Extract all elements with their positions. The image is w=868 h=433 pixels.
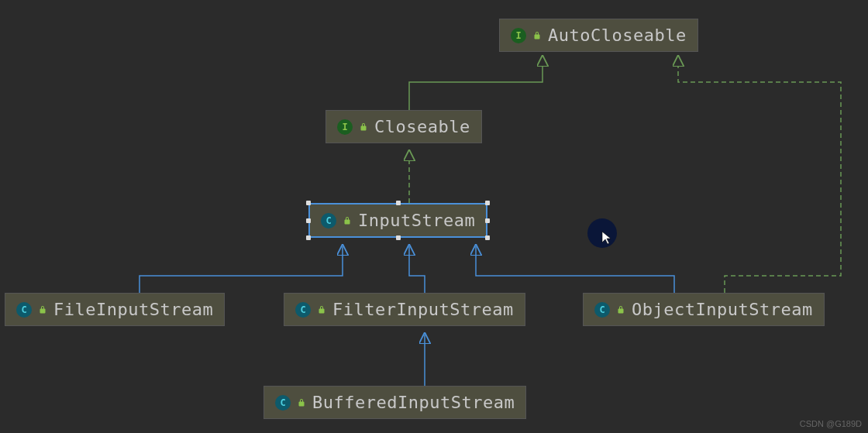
class-icon: C bbox=[321, 213, 336, 229]
node-label: InputStream bbox=[358, 211, 475, 230]
node-inputstream[interactable]: C InputStream bbox=[308, 203, 487, 238]
resize-handle-se[interactable] bbox=[485, 235, 490, 240]
lock-icon bbox=[297, 398, 306, 407]
lock-icon bbox=[38, 305, 47, 314]
diagram-canvas[interactable]: I AutoCloseable I Closeable C InputStrea… bbox=[0, 0, 868, 433]
resize-handle-s[interactable] bbox=[396, 235, 401, 240]
resize-handle-e[interactable] bbox=[485, 218, 490, 223]
node-label: BufferedInputStream bbox=[312, 393, 515, 412]
lock-icon bbox=[532, 31, 542, 40]
interface-icon: I bbox=[511, 28, 526, 43]
node-label: AutoCloseable bbox=[548, 26, 687, 45]
node-closeable[interactable]: I Closeable bbox=[326, 110, 482, 143]
node-filterinputstream[interactable]: C FilterInputStream bbox=[284, 293, 525, 326]
node-label: Closeable bbox=[374, 117, 470, 136]
resize-handle-n[interactable] bbox=[396, 201, 401, 205]
resize-handle-ne[interactable] bbox=[485, 201, 490, 205]
node-label: FileInputStream bbox=[53, 300, 213, 319]
resize-handle-w[interactable] bbox=[306, 218, 311, 223]
watermark: CSDN @G189D bbox=[800, 419, 862, 428]
resize-handle-sw[interactable] bbox=[306, 235, 311, 240]
lock-icon bbox=[359, 122, 368, 132]
node-bufferedinputstream[interactable]: C BufferedInputStream bbox=[264, 386, 526, 419]
node-fileinputstream[interactable]: C FileInputStream bbox=[5, 293, 225, 326]
lock-icon bbox=[317, 305, 326, 314]
class-icon: C bbox=[295, 302, 311, 318]
node-label: ObjectInputStream bbox=[632, 300, 813, 319]
node-label: FilterInputStream bbox=[332, 300, 514, 319]
lock-icon bbox=[343, 216, 352, 225]
resize-handle-nw[interactable] bbox=[306, 201, 311, 205]
class-icon: C bbox=[594, 302, 610, 318]
node-objectinputstream[interactable]: C ObjectInputStream bbox=[583, 293, 825, 326]
interface-icon: I bbox=[337, 119, 353, 135]
cursor-icon bbox=[601, 231, 612, 245]
class-icon: C bbox=[275, 395, 291, 411]
lock-icon bbox=[616, 305, 625, 314]
node-autocloseable[interactable]: I AutoCloseable bbox=[499, 19, 698, 52]
class-icon: C bbox=[16, 302, 32, 318]
